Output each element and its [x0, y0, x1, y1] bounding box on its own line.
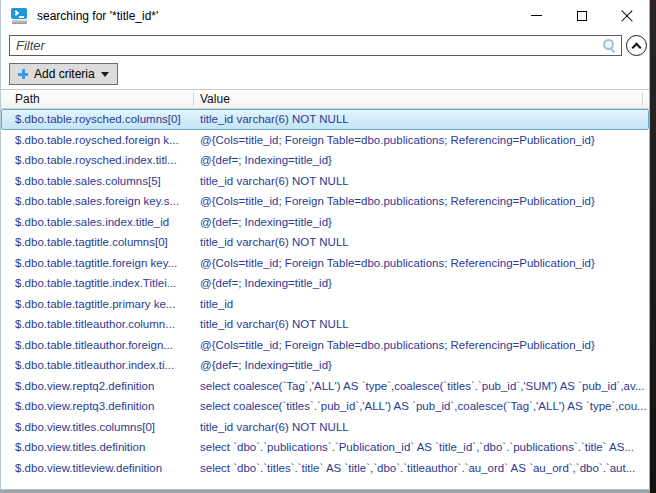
table-row[interactable]: $.dbo.view.titles.columns[0]title_id var…	[1, 417, 649, 438]
path-cell: $.dbo.table.titleauthor.foreign...	[2, 339, 195, 351]
table-row[interactable]: $.dbo.table.tagtitle.primary ke...title_…	[1, 294, 649, 315]
value-cell: select `dbo`.`publications`.`Publication…	[195, 441, 648, 453]
table-row[interactable]: $.dbo.table.sales.columns[5]title_id var…	[1, 171, 649, 192]
window-title: searching for '*title_id*'	[37, 9, 158, 23]
value-cell: @{def=; Indexing=title_id}	[195, 277, 648, 289]
value-cell: @{Cols=title_id; Foreign Table=dbo.publi…	[195, 339, 648, 351]
value-cell: @{def=; Indexing=title_id}	[195, 359, 648, 371]
titlebar[interactable]: searching for '*title_id*'	[1, 0, 649, 31]
path-cell: $.dbo.table.tagtitle.columns[0]	[2, 236, 195, 248]
column-splitter[interactable]	[642, 92, 643, 106]
maximize-icon	[577, 11, 587, 21]
table-row[interactable]: $.dbo.table.sales.index.title_id@{def=; …	[1, 212, 649, 233]
value-cell: title_id varchar(6) NOT NULL	[195, 236, 648, 248]
table-row[interactable]: $.dbo.view.titleview.definitionselect `d…	[1, 458, 649, 479]
table-row[interactable]: $.dbo.view.reptq3.definitionselect coale…	[1, 396, 649, 417]
table-row[interactable]: $.dbo.table.tagtitle.index.Titlei...@{de…	[1, 273, 649, 294]
value-cell: select coalesce(`titles`.`pub_id`,'ALL')…	[195, 400, 648, 412]
table-row[interactable]: $.dbo.table.roysched.columns[0]title_id …	[1, 109, 649, 130]
value-cell: @{Cols=title_id; Foreign Table=dbo.publi…	[195, 257, 648, 269]
criteria-toolbar: Add criteria	[9, 63, 649, 85]
path-cell: $.dbo.view.titleview.definition	[2, 462, 195, 474]
close-icon	[620, 9, 634, 23]
path-cell: $.dbo.table.roysched.index.titl...	[2, 154, 195, 166]
path-cell: $.dbo.table.sales.index.title_id	[2, 216, 195, 228]
value-cell: select `dbo`.`titles`.`title` AS `title`…	[195, 462, 648, 474]
value-cell: @{def=; Indexing=title_id}	[195, 216, 648, 228]
table-row[interactable]: $.dbo.table.roysched.foreign k...@{Cols=…	[1, 130, 649, 151]
path-cell: $.dbo.view.titles.definition	[2, 441, 195, 453]
table-row[interactable]: $.dbo.table.titleauthor.index.ti...@{def…	[1, 355, 649, 376]
chevron-up-icon	[632, 42, 642, 52]
column-splitter[interactable]	[193, 92, 194, 106]
path-cell: $.dbo.table.sales.foreign key.s...	[2, 195, 195, 207]
value-cell: title_id varchar(6) NOT NULL	[195, 318, 648, 330]
out-gridview-window: searching for '*title_id*' Add criteria	[0, 0, 650, 490]
desktop-background: searching for '*title_id*' Add criteria	[0, 0, 656, 493]
table-row[interactable]: $.dbo.table.tagtitle.columns[0]title_id …	[1, 232, 649, 253]
chevron-down-icon	[101, 72, 109, 77]
path-cell: $.dbo.view.reptq3.definition	[2, 400, 195, 412]
filter-input[interactable]	[9, 35, 622, 56]
minimize-button[interactable]	[514, 0, 559, 31]
minimize-icon	[531, 15, 542, 16]
value-cell: title_id	[195, 298, 648, 310]
table-row[interactable]: $.dbo.table.titleauthor.column...title_i…	[1, 314, 649, 335]
window-controls	[514, 0, 649, 31]
column-header-path[interactable]: Path	[1, 92, 194, 106]
value-cell: title_id varchar(6) NOT NULL	[195, 175, 648, 187]
table-row[interactable]: $.dbo.view.reptq2.definitionselect coale…	[1, 376, 649, 397]
grid-header: Path Value	[1, 89, 649, 109]
table-row[interactable]: $.dbo.table.titleauthor.foreign...@{Cols…	[1, 335, 649, 356]
path-cell: $.dbo.table.tagtitle.index.Titlei...	[2, 277, 195, 289]
add-criteria-label: Add criteria	[34, 67, 95, 81]
filter-row	[1, 31, 649, 57]
path-cell: $.dbo.table.tagtitle.foreign key...	[2, 257, 195, 269]
value-cell: title_id varchar(6) NOT NULL	[195, 113, 648, 125]
maximize-button[interactable]	[559, 0, 604, 31]
table-row[interactable]: $.dbo.table.tagtitle.foreign key...@{Col…	[1, 253, 649, 274]
table-row[interactable]: $.dbo.table.roysched.index.titl...@{def=…	[1, 150, 649, 171]
add-criteria-button[interactable]: Add criteria	[9, 63, 118, 85]
table-row[interactable]: $.dbo.view.titles.definitionselect `dbo`…	[1, 437, 649, 458]
close-button[interactable]	[604, 0, 649, 31]
path-cell: $.dbo.view.titles.columns[0]	[2, 421, 195, 433]
value-cell: @{Cols=title_id; Foreign Table=dbo.publi…	[195, 195, 648, 207]
results-grid: Path Value $.dbo.table.roysched.columns[…	[1, 89, 649, 478]
grid-body: $.dbo.table.roysched.columns[0]title_id …	[1, 109, 649, 478]
value-cell: @{Cols=title_id; Foreign Table=dbo.publi…	[195, 134, 648, 146]
value-cell: title_id varchar(6) NOT NULL	[195, 421, 648, 433]
path-cell: $.dbo.view.reptq2.definition	[2, 380, 195, 392]
value-cell: select coalesce(`Tag`,'ALL') AS `type`,c…	[195, 380, 648, 392]
filter-box	[9, 35, 622, 56]
column-header-value[interactable]: Value	[194, 92, 649, 106]
path-cell: $.dbo.table.tagtitle.primary ke...	[2, 298, 195, 310]
powershell-icon	[11, 8, 28, 24]
path-cell: $.dbo.table.titleauthor.column...	[2, 318, 195, 330]
path-cell: $.dbo.table.roysched.foreign k...	[2, 134, 195, 146]
value-cell: @{def=; Indexing=title_id}	[195, 154, 648, 166]
path-cell: $.dbo.table.titleauthor.index.ti...	[2, 359, 195, 371]
collapse-criteria-button[interactable]	[626, 35, 647, 56]
table-row[interactable]: $.dbo.table.sales.foreign key.s...@{Cols…	[1, 191, 649, 212]
plus-icon	[18, 69, 28, 79]
path-cell: $.dbo.table.sales.columns[5]	[2, 175, 195, 187]
path-cell: $.dbo.table.roysched.columns[0]	[2, 113, 195, 125]
